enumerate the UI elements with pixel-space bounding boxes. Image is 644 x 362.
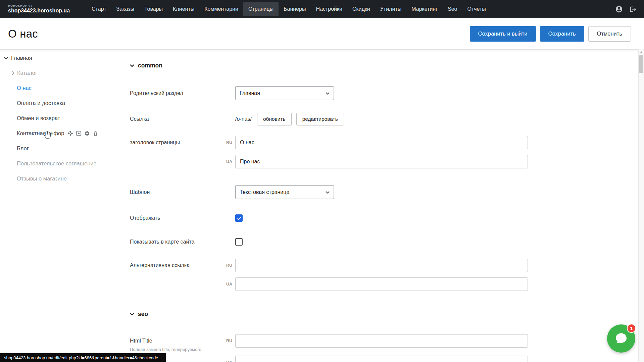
move-icon[interactable] [67,131,73,136]
page-header: О нас Сохранить и выйти Сохранить Отмени… [0,18,644,50]
lang-tag-ua: UA [222,360,235,362]
brand-logo[interactable]: HOROSHOP V4 shop34423.horoshop.ua [8,4,70,14]
select-value: Главная [240,90,260,96]
brand-version: HOROSHOP V4 [8,4,70,7]
sidebar-item-label: Блог [17,145,29,152]
sidebar-item-glavnaya[interactable]: Главная [0,50,118,65]
select-value: Текстовая страница [240,189,289,195]
sidebar-item-label: Пользовательское соглашение [17,160,97,167]
form-row-template: Шаблон Текстовая страница [130,185,334,199]
trash-icon[interactable] [93,131,98,136]
chevron-down-icon [326,191,330,194]
menu-item-start[interactable]: Старт [87,0,111,18]
link-edit-button[interactable]: редактировать [296,113,344,125]
menu-item-clients[interactable]: Клиенты [168,0,199,18]
menu-item-comments[interactable]: Комментарии [199,0,243,18]
parent-section-label: Родительский раздел [130,90,222,96]
template-select[interactable]: Текстовая страница [235,185,334,199]
section-common[interactable]: common [130,62,162,69]
menu-item-products[interactable]: Товары [139,0,168,18]
menu-item-banners[interactable]: Баннеры [279,0,311,18]
tree-item-actions [67,131,98,136]
sidebar-item-o-nas[interactable]: О нас [0,81,118,96]
chat-unread-badge: 1 [627,324,636,333]
add-icon[interactable] [76,131,82,136]
sidebar-item-label: Оплата и доставка [17,100,65,106]
menu-item-marketing[interactable]: Маркетинг [406,0,443,18]
section-title: seo [138,311,148,318]
section-title: common [138,62,162,69]
menu-item-orders[interactable]: Заказы [111,0,139,18]
sidebar-item-label: Контактная инфор [17,130,64,137]
html-title-hint: Полная замена title, генерируемого [130,347,201,352]
link-update-button[interactable]: обновить [257,113,292,125]
sidebar-item-katalog[interactable]: Каталог [0,65,118,81]
sidebar-item-label: Каталог [17,70,37,76]
header-actions: Сохранить и выйти Сохранить Отменить [470,26,631,42]
save-button[interactable]: Сохранить [540,26,584,42]
chevron-down-icon [130,64,134,67]
sidebar-item-label: Отзывы о магазине [17,175,67,182]
chevron-down-icon [326,92,330,95]
account-icon[interactable] [615,5,623,13]
display-checkbox[interactable] [235,214,243,222]
menu-item-reports[interactable]: Отчеты [462,0,491,18]
cancel-button[interactable]: Отменить [588,26,631,42]
sidebar-item-label: О нас [17,85,32,91]
sidebar-item-kontakty[interactable]: Контактная инфор [0,126,118,141]
sidebar-item-agreement[interactable]: Пользовательское соглашение [0,156,118,171]
section-seo[interactable]: seo [130,311,148,318]
form-row-page-title-ua: UA [130,155,528,168]
menu-item-discounts[interactable]: Скидки [347,0,375,18]
sitemap-label: Показывать в карте сайта [130,239,222,245]
logout-icon[interactable] [630,6,637,13]
form-row-sitemap: Показывать в карте сайта [130,238,243,246]
alt-link-ua-input[interactable] [235,277,528,291]
status-url-text: shop34423.horoshop.ua/edit/edit.php?id=6… [4,355,162,360]
form-row-display: Отображать [130,214,243,222]
alt-link-ru-input[interactable] [235,259,528,272]
chat-widget-button[interactable]: 1 [607,324,635,353]
chat-bubble-icon [614,331,628,346]
display-label: Отображать [130,215,222,221]
form-row-link: Ссылка /o-nas/ обновить редактировать [130,113,349,125]
sidebar-item-label: Обмен и возврат [17,115,60,121]
scrollbar-up-arrow[interactable] [640,51,643,53]
chevron-down-icon [130,313,134,316]
sidebar-item-oplata[interactable]: Оплата и доставка [0,96,118,111]
form-row-alt-link-ua: UA [130,277,528,291]
lang-tag-ru: RU [222,140,235,145]
template-label: Шаблон [130,189,222,195]
page-title-ua-input[interactable] [235,155,528,168]
horoshop-admin-app: HOROSHOP V4 shop34423.horoshop.ua Старт … [0,0,644,362]
menu-item-utilities[interactable]: Утилиты [375,0,407,18]
vertical-scrollbar[interactable] [638,49,644,362]
lang-tag-ua: UA [222,159,235,164]
menu-item-pages[interactable]: Страницы [243,2,279,16]
form-row-html-title-ru: Html Title Полная замена title, генериру… [130,334,528,348]
sitemap-checkbox[interactable] [235,238,243,246]
sidebar-item-blog[interactable]: Блог [0,141,118,156]
topbar: HOROSHOP V4 shop34423.horoshop.ua Старт … [0,0,644,18]
scrollbar-thumb[interactable] [639,55,643,73]
sidebar-item-obmen[interactable]: Обмен и возврат [0,111,118,126]
gear-icon[interactable] [84,131,90,136]
lang-tag-ru: RU [222,263,235,268]
parent-section-select[interactable]: Главная [235,86,334,100]
form-row-alt-link-ru: Альтернативная ссылка RU [130,259,528,272]
html-title-ru-input[interactable] [235,334,528,348]
link-label: Ссылка [130,116,222,122]
sidebar-item-reviews[interactable]: Отзывы о магазине [0,171,118,186]
lang-tag-ru: RU [222,339,235,343]
chevron-right-icon [12,71,14,75]
html-title-label: Html Title [130,338,152,344]
html-title-ua-input[interactable] [235,356,528,362]
lang-tag-ua: UA [222,282,235,287]
save-exit-button[interactable]: Сохранить и выйти [470,26,536,42]
status-url-tooltip: shop34423.horoshop.ua/edit/edit.php?id=6… [0,353,166,362]
link-path: /o-nas/ [235,116,252,122]
chevron-down-icon [4,57,8,59]
menu-item-seo[interactable]: Seo [443,0,462,18]
menu-item-settings[interactable]: Настройки [311,0,347,18]
page-title-ru-input[interactable] [235,136,528,149]
